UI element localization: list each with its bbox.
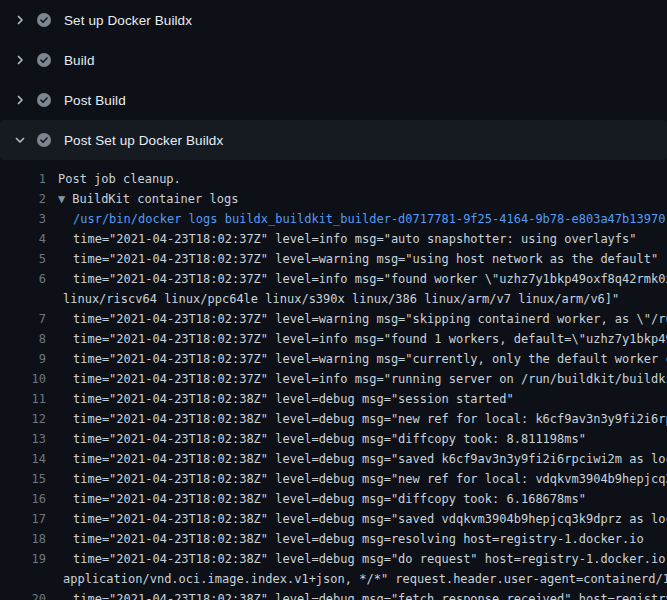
log-text: time="2021-04-23T18:02:38Z" level=debug … <box>58 449 667 469</box>
log-line-number <box>0 569 46 589</box>
log-text: time="2021-04-23T18:02:37Z" level=info m… <box>58 269 667 289</box>
log-line: 9time="2021-04-23T18:02:37Z" level=warni… <box>0 349 667 369</box>
log-line: 4time="2021-04-23T18:02:37Z" level=info … <box>0 229 667 249</box>
log-line: 12time="2021-04-23T18:02:38Z" level=debu… <box>0 409 667 429</box>
log-line: 17time="2021-04-23T18:02:38Z" level=debu… <box>0 509 667 529</box>
log-line-number[interactable]: 19 <box>0 549 46 569</box>
log-line-number[interactable]: 12 <box>0 409 46 429</box>
log-line-number[interactable]: 20 <box>0 589 46 600</box>
log-text: time="2021-04-23T18:02:38Z" level=debug … <box>58 489 586 509</box>
chevron-right-icon <box>13 13 27 27</box>
log-line-number[interactable]: 8 <box>0 329 46 349</box>
log-line-number[interactable]: 9 <box>0 349 46 369</box>
log-line-number[interactable]: 11 <box>0 389 46 409</box>
group-title[interactable]: BuildKit container logs <box>72 192 238 206</box>
log-text: time="2021-04-23T18:02:38Z" level=debug … <box>58 409 667 429</box>
log-line-number[interactable]: 16 <box>0 489 46 509</box>
check-circle-icon <box>37 133 51 147</box>
step-list: Set up Docker BuildxBuildPost BuildPost … <box>0 0 667 160</box>
step-label: Set up Docker Buildx <box>64 13 192 28</box>
log-line: 18time="2021-04-23T18:02:38Z" level=debu… <box>0 529 667 549</box>
check-circle-icon <box>37 93 51 107</box>
log-line-number[interactable]: 5 <box>0 249 46 269</box>
log-text: application/vnd.oci.image.index.v1+json,… <box>58 569 667 589</box>
log-line-number[interactable]: 17 <box>0 509 46 529</box>
log-line: 3/usr/bin/docker logs buildx_buildkit_bu… <box>0 209 667 229</box>
log-line-number[interactable]: 2 <box>0 189 46 209</box>
step-label: Post Set up Docker Buildx <box>64 133 223 148</box>
group-collapse-caret-icon[interactable]: ▼ <box>58 192 65 206</box>
log-text: time="2021-04-23T18:02:38Z" level=debug … <box>58 429 586 449</box>
log-line: linux/riscv64 linux/ppc64le linux/s390x … <box>0 289 667 309</box>
log-text: time="2021-04-23T18:02:38Z" level=debug … <box>58 589 667 600</box>
chevron-down-icon <box>13 133 27 147</box>
log-text: time="2021-04-23T18:02:38Z" level=debug … <box>58 529 644 549</box>
log-text: time="2021-04-23T18:02:38Z" level=debug … <box>58 549 667 569</box>
check-circle-icon <box>37 53 51 67</box>
log-line: 19time="2021-04-23T18:02:38Z" level=debu… <box>0 549 667 569</box>
actions-log-viewer: Set up Docker BuildxBuildPost BuildPost … <box>0 0 667 600</box>
log-text: time="2021-04-23T18:02:37Z" level=warnin… <box>58 349 667 369</box>
log-area: 1Post job cleanup.2▼BuildKit container l… <box>0 160 667 600</box>
log-line: 7time="2021-04-23T18:02:37Z" level=warni… <box>0 309 667 329</box>
log-line-number[interactable]: 14 <box>0 449 46 469</box>
log-line-number[interactable]: 4 <box>0 229 46 249</box>
log-line: 5time="2021-04-23T18:02:37Z" level=warni… <box>0 249 667 269</box>
log-line-number <box>0 289 46 309</box>
log-text: time="2021-04-23T18:02:38Z" level=debug … <box>58 389 514 409</box>
log-line-number[interactable]: 7 <box>0 309 46 329</box>
log-line-number[interactable]: 6 <box>0 269 46 289</box>
log-command-text: /usr/bin/docker logs buildx_buildkit_bui… <box>58 209 665 229</box>
log-line: 14time="2021-04-23T18:02:38Z" level=debu… <box>0 449 667 469</box>
log-text: time="2021-04-23T18:02:38Z" level=debug … <box>58 469 667 489</box>
log-line-number[interactable]: 10 <box>0 369 46 389</box>
log-line-number[interactable]: 1 <box>0 169 46 189</box>
chevron-right-icon <box>13 93 27 107</box>
check-circle-icon <box>37 13 51 27</box>
log-line: 1Post job cleanup. <box>0 169 667 189</box>
step-header-post-set-up-docker-buildx[interactable]: Post Set up Docker Buildx <box>0 120 667 160</box>
log-line-number[interactable]: 3 <box>0 209 46 229</box>
log-line: application/vnd.oci.image.index.v1+json,… <box>0 569 667 589</box>
log-line-number[interactable]: 15 <box>0 469 46 489</box>
log-line: 2▼BuildKit container logs <box>0 189 667 209</box>
log-line: 8time="2021-04-23T18:02:37Z" level=info … <box>0 329 667 349</box>
step-header-set-up-docker-buildx[interactable]: Set up Docker Buildx <box>0 0 667 40</box>
log-line: 6time="2021-04-23T18:02:37Z" level=info … <box>0 269 667 289</box>
log-text: time="2021-04-23T18:02:37Z" level=info m… <box>58 229 637 249</box>
log-line: 16time="2021-04-23T18:02:38Z" level=debu… <box>0 489 667 509</box>
log-text: linux/riscv64 linux/ppc64le linux/s390x … <box>58 289 619 309</box>
log-line: 13time="2021-04-23T18:02:38Z" level=debu… <box>0 429 667 449</box>
log-line: 11time="2021-04-23T18:02:38Z" level=debu… <box>0 389 667 409</box>
step-header-build[interactable]: Build <box>0 40 667 80</box>
log-text: Post job cleanup. <box>58 169 181 189</box>
step-label: Build <box>64 53 95 68</box>
log-line-number[interactable]: 18 <box>0 529 46 549</box>
step-header-post-build[interactable]: Post Build <box>0 80 667 120</box>
log-text: ▼BuildKit container logs <box>58 189 238 209</box>
log-text: time="2021-04-23T18:02:37Z" level=info m… <box>58 369 667 389</box>
log-line: 15time="2021-04-23T18:02:38Z" level=debu… <box>0 469 667 489</box>
log-text: time="2021-04-23T18:02:37Z" level=info m… <box>58 329 667 349</box>
log-line-number[interactable]: 13 <box>0 429 46 449</box>
log-text: time="2021-04-23T18:02:38Z" level=debug … <box>58 509 667 529</box>
chevron-right-icon <box>13 53 27 67</box>
step-label: Post Build <box>64 93 126 108</box>
log-text: time="2021-04-23T18:02:37Z" level=warnin… <box>58 309 667 329</box>
log-line: 20time="2021-04-23T18:02:38Z" level=debu… <box>0 589 667 600</box>
log-line: 10time="2021-04-23T18:02:37Z" level=info… <box>0 369 667 389</box>
log-text: time="2021-04-23T18:02:37Z" level=warnin… <box>58 249 658 269</box>
